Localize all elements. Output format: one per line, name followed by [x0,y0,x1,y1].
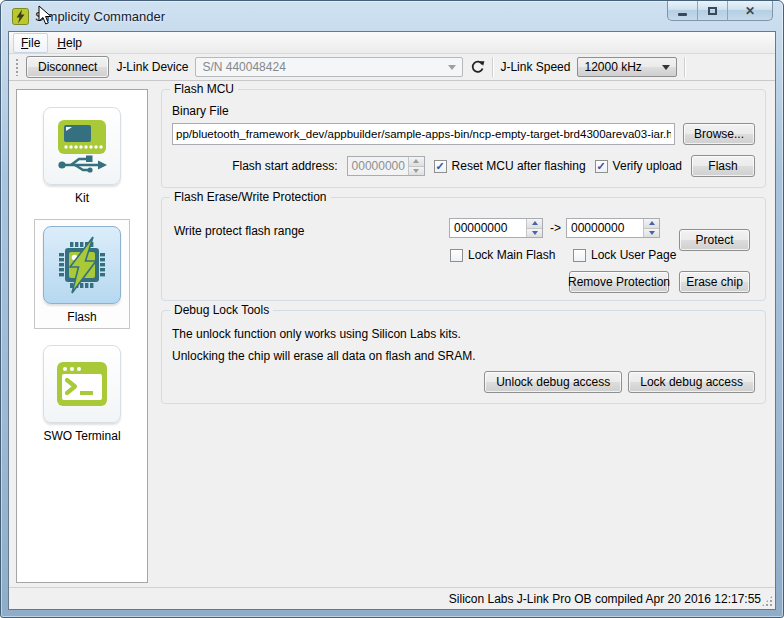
spin-down-icon [409,167,424,176]
group-title: Debug Lock Tools [170,303,273,317]
remove-protection-button[interactable]: Remove Protection [569,271,669,293]
kit-icon-card [43,107,121,185]
sidebar-item-label: Flash [67,310,96,324]
spin-up-icon [409,157,424,167]
jlink-speed-combobox[interactable]: 12000 kHz [577,57,677,77]
minimize-button[interactable] [668,1,698,20]
menu-help[interactable]: Help [50,34,89,52]
jlink-device-combobox: S/N 440048424 [195,57,463,77]
swo-terminal-icon-card [43,345,121,423]
navigation-sidebar: Kit [16,89,148,583]
flash-button[interactable]: Flash [691,155,755,177]
flash-page-panel: Flash MCU Binary File Browse... Flash st… [161,89,766,413]
lock-user-page-label: Lock User Page [591,248,676,262]
checkbox-unchecked[interactable] [450,249,463,262]
sidebar-item-kit[interactable]: Kit [34,100,130,210]
close-button[interactable]: ✕ [728,1,772,20]
terminal-window-icon [53,355,111,413]
close-icon: ✕ [745,5,755,17]
sidebar-item-label: Kit [75,191,89,205]
toolbar-separator [492,57,493,77]
menu-bar: File Help [9,32,775,54]
lock-main-flash-checkbox-row[interactable]: Lock Main Flash [450,248,555,262]
spin-up-icon[interactable] [527,219,542,229]
menu-file[interactable]: File [13,33,48,53]
lock-main-flash-label: Lock Main Flash [468,248,555,262]
jlink-speed-value: 12000 kHz [584,60,641,74]
protect-button[interactable]: Protect [679,229,750,251]
minimize-icon [678,13,687,16]
app-lightning-icon [12,8,29,25]
maximize-icon [708,7,717,15]
jlink-speed-label: J-Link Speed [500,60,570,74]
reset-mcu-label: Reset MCU after flashing [452,159,586,173]
flash-icon-card [43,226,121,304]
flash-mcu-group: Flash MCU Binary File Browse... Flash st… [161,89,766,188]
window-title: Simplicity Commander [35,9,165,24]
client-area: File Help Disconnect J-Link Device S/N 4… [8,31,776,610]
range-to-spinbox[interactable]: 00000000 [566,218,660,238]
browse-button[interactable]: Browse... [683,123,755,145]
verify-upload-label: Verify upload [613,159,682,173]
group-title: Flash Erase/Write Protection [170,190,331,204]
lock-debug-access-button[interactable]: Lock debug access [628,371,755,393]
erase-chip-button[interactable]: Erase chip [679,271,750,293]
window-controls: ✕ [667,1,773,21]
reset-mcu-checkbox-row[interactable]: ✓ Reset MCU after flashing [434,159,586,173]
main-toolbar: Disconnect J-Link Device S/N 440048424 J… [9,54,775,81]
range-from-spinbox[interactable]: 00000000 [449,218,543,238]
flash-start-address-value: 00000000 [348,157,408,175]
write-protect-range-label: Write protect flash range [174,224,305,238]
flash-chip-lightning-icon [53,236,111,294]
range-from-value: 00000000 [450,219,526,237]
range-arrow-label: -> [550,221,561,235]
toolbar-grip-handle[interactable] [15,58,19,76]
toolbar-separator [684,57,685,77]
checkbox-checked[interactable]: ✓ [595,160,608,173]
sidebar-item-label: SWO Terminal [43,429,120,443]
flash-start-address-label: Flash start address: [232,159,337,173]
debug-lock-info-line2: Unlocking the chip will erase all data o… [172,349,755,363]
chevron-down-icon [662,65,670,70]
resize-grip[interactable] [761,595,773,607]
range-to-value: 00000000 [567,219,643,237]
status-bar: Silicon Labs J-Link Pro OB compiled Apr … [9,587,775,609]
checkbox-unchecked[interactable] [573,249,586,262]
binary-file-label: Binary File [172,104,755,118]
disconnect-button[interactable]: Disconnect [26,56,109,78]
refresh-icon[interactable] [470,59,485,75]
jlink-device-label: J-Link Device [116,60,188,74]
spin-down-icon[interactable] [644,229,659,238]
sidebar-item-swo-terminal[interactable]: SWO Terminal [34,338,130,448]
title-bar[interactable]: Simplicity Commander ✕ [1,1,783,31]
sidebar-item-flash[interactable]: Flash [34,219,130,329]
group-title: Flash MCU [170,82,238,96]
checkbox-checked[interactable]: ✓ [434,160,447,173]
verify-upload-checkbox-row[interactable]: ✓ Verify upload [595,159,682,173]
flash-erase-protection-group: Flash Erase/Write Protection Write prote… [161,197,766,301]
kit-usb-board-icon [53,117,111,175]
debug-lock-info-line1: The unlock function only works using Sil… [172,327,755,341]
binary-file-input[interactable] [172,123,675,145]
lock-user-page-checkbox-row[interactable]: Lock User Page [573,248,676,262]
spin-up-icon[interactable] [644,219,659,229]
chevron-down-icon [448,65,456,70]
unlock-debug-access-button[interactable]: Unlock debug access [484,371,622,393]
main-area: Kit [9,81,775,587]
maximize-button[interactable] [698,1,728,20]
status-text: Silicon Labs J-Link Pro OB compiled Apr … [449,592,761,606]
spin-down-icon[interactable] [527,229,542,238]
debug-lock-tools-group: Debug Lock Tools The unlock function onl… [161,310,766,404]
app-window: Simplicity Commander ✕ File Help Disconn… [0,0,784,618]
jlink-device-value: S/N 440048424 [202,60,285,74]
flash-start-address-spinbox: 00000000 [347,156,425,176]
